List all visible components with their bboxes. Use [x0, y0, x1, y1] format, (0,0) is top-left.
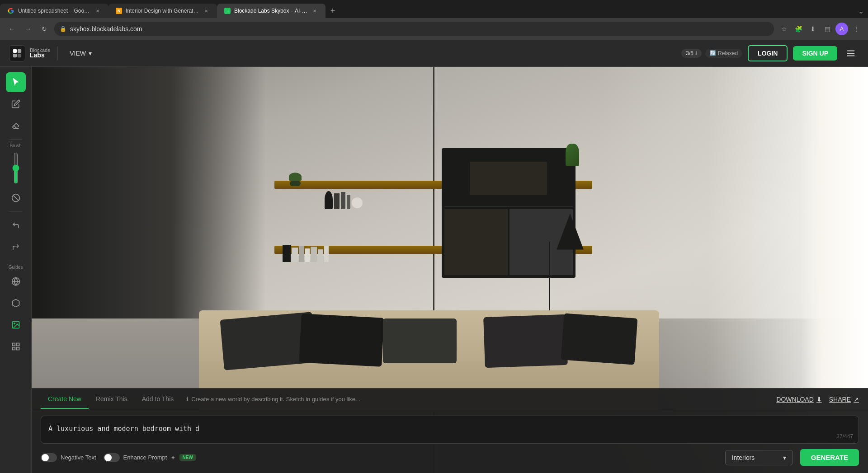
reload-button[interactable]: ↻ — [38, 23, 51, 35]
extensions-icon[interactable]: 🧩 — [792, 23, 805, 35]
address-bar[interactable]: 🔒 skybox.blockadelabs.com — [54, 22, 774, 36]
enhance-prompt-group: Enhance Prompt ✦ NEW — [104, 453, 196, 462]
enhance-sparkle-icon: ✦ — [170, 454, 176, 461]
negative-text-toggle-knob — [42, 454, 49, 461]
browser-toolbar: ← → ↻ 🔒 skybox.blockadelabs.com ☆ 🧩 ⬇ ▤ … — [0, 18, 868, 40]
bottom-panel: Create New Remix This Add to This ℹ Crea… — [32, 388, 868, 473]
menu-button[interactable] — [843, 45, 859, 61]
sidebar-icon[interactable]: ▤ — [821, 23, 834, 35]
brush-label: Brush — [9, 143, 21, 148]
style-chevron-icon: ▾ — [783, 454, 786, 461]
image-guide-button[interactable] — [6, 315, 26, 335]
svg-rect-13 — [12, 343, 15, 346]
view-chevron-icon: ▾ — [89, 50, 92, 57]
bottom-tabs: Create New Remix This Add to This ℹ Crea… — [32, 389, 868, 410]
left-toolbar: Brush Guides — [0, 67, 32, 473]
tab-title-2: Interior Design with Generati... — [126, 8, 199, 14]
undo-button[interactable] — [6, 215, 26, 235]
signup-button[interactable]: SIGN UP — [793, 46, 837, 61]
logo-text: Blockade Labs — [30, 47, 50, 59]
download-icon: ⬇ — [816, 396, 822, 403]
prompt-input-wrapper: A luxurious and modern bedroom with d 37… — [41, 416, 859, 444]
svg-rect-14 — [16, 343, 19, 346]
bookmark-icon[interactable]: ☆ — [778, 23, 790, 35]
new-tab-button[interactable]: + — [326, 4, 340, 18]
grid-guide-button[interactable] — [6, 337, 26, 356]
tab-close-2[interactable]: ✕ — [203, 7, 210, 14]
download-button[interactable]: DOWNLOAD ⬇ — [776, 396, 821, 403]
cursor-tool-button[interactable] — [6, 72, 26, 92]
canvas-area[interactable]: Create New Remix This Add to This ℹ Crea… — [32, 67, 868, 473]
tool-separator-1 — [9, 139, 23, 140]
back-button[interactable]: ← — [5, 23, 18, 35]
tab-close-3[interactable]: ✕ — [311, 7, 318, 14]
view-button[interactable]: VIEW ▾ — [65, 47, 96, 60]
share-button[interactable]: SHARE ↗ — [829, 396, 859, 403]
tab-title-1: Untitled spreadsheet – Goog... — [18, 8, 90, 14]
tab-favicon-3 — [224, 8, 231, 14]
tool-separator-3 — [9, 261, 23, 261]
share-icon: ↗ — [854, 396, 859, 403]
svg-point-12 — [14, 323, 14, 324]
shelf-items-top — [325, 160, 408, 209]
box-guide-button[interactable] — [6, 293, 26, 313]
lock-icon: 🔒 — [60, 26, 66, 32]
erase-mode-button[interactable] — [6, 188, 26, 208]
counter-info-icon: ℹ — [695, 50, 697, 56]
tab-expand-button[interactable]: ⌄ — [854, 4, 868, 18]
generate-button[interactable]: GENERATE — [800, 449, 859, 466]
remix-this-tab[interactable]: Remix This — [89, 390, 135, 409]
relaxed-icon: 🔄 — [710, 50, 716, 56]
download-icon[interactable]: ⬇ — [807, 23, 819, 35]
bottom-tab-info: ℹ Create a new world by describing it. S… — [186, 396, 776, 403]
brush-size-slider[interactable] — [11, 152, 20, 184]
svg-rect-16 — [12, 347, 15, 350]
toolbar-icons: ☆ 🧩 ⬇ ▤ A ⋮ — [778, 23, 863, 35]
guides-label: Guides — [9, 265, 23, 270]
prompt-input[interactable]: A luxurious and modern bedroom with d — [48, 422, 851, 435]
profile-avatar[interactable]: A — [835, 23, 848, 35]
negative-text-group: Negative Text — [41, 453, 96, 462]
browser-tab-1[interactable]: Untitled spreadsheet – Goog... ✕ — [0, 4, 108, 18]
redo-button[interactable] — [6, 237, 26, 257]
header-divider — [57, 47, 58, 60]
bottom-actions: DOWNLOAD ⬇ SHARE ↗ — [776, 396, 859, 403]
tab-close-1[interactable]: ✕ — [94, 7, 101, 14]
tab-favicon-1 — [7, 7, 14, 14]
generation-counter: 3/5 ℹ 🔄 Relaxed — [681, 49, 742, 58]
svg-line-8 — [13, 195, 19, 201]
info-icon: ℹ — [186, 396, 189, 403]
counter-badge: 3/5 ℹ — [681, 49, 702, 58]
globe-guide-button[interactable] — [6, 272, 26, 291]
browser-tab-3[interactable]: Blockade Labs Skybox – AI-G... ✕ — [217, 4, 326, 18]
header-right: 3/5 ℹ 🔄 Relaxed LOGIN SIGN UP — [681, 45, 859, 61]
eraser-tool-button[interactable] — [6, 116, 26, 136]
app-container: Blockade Labs VIEW ▾ 3/5 ℹ 🔄 Relaxed LOG… — [0, 40, 868, 473]
browser-chrome: Untitled spreadsheet – Goog... ✕ N Inter… — [0, 0, 868, 40]
add-to-this-tab[interactable]: Add to This — [135, 390, 181, 409]
more-options-icon[interactable]: ⋮ — [850, 23, 863, 35]
tool-separator-2 — [9, 211, 23, 212]
brush-slider-container — [11, 150, 20, 186]
small-plant — [274, 173, 316, 186]
enhance-toggle[interactable] — [104, 453, 120, 462]
style-selector[interactable]: Interiors ▾ — [725, 450, 793, 465]
shelf-books-bottom — [283, 221, 433, 262]
svg-rect-2 — [13, 53, 17, 57]
login-button[interactable]: LOGIN — [748, 45, 788, 61]
negative-text-label: Negative Text — [61, 454, 96, 461]
svg-rect-15 — [16, 347, 19, 350]
svg-rect-1 — [18, 49, 21, 52]
create-new-tab[interactable]: Create New — [41, 390, 89, 409]
pencil-tool-button[interactable] — [6, 94, 26, 114]
tab-favicon-2: N — [116, 8, 122, 14]
main-content: Brush Guides — [0, 67, 868, 473]
bottom-controls: Negative Text Enhance Prompt ✦ NEW — [41, 449, 859, 466]
browser-tabs: Untitled spreadsheet – Goog... ✕ N Inter… — [0, 0, 868, 18]
new-badge: NEW — [179, 454, 195, 461]
browser-tab-2[interactable]: N Interior Design with Generati... ✕ — [108, 4, 217, 18]
url-input[interactable]: skybox.blockadelabs.com — [70, 25, 769, 33]
prompt-area: A luxurious and modern bedroom with d 37… — [32, 410, 868, 473]
forward-button[interactable]: → — [22, 23, 34, 35]
negative-text-toggle[interactable] — [41, 453, 57, 462]
